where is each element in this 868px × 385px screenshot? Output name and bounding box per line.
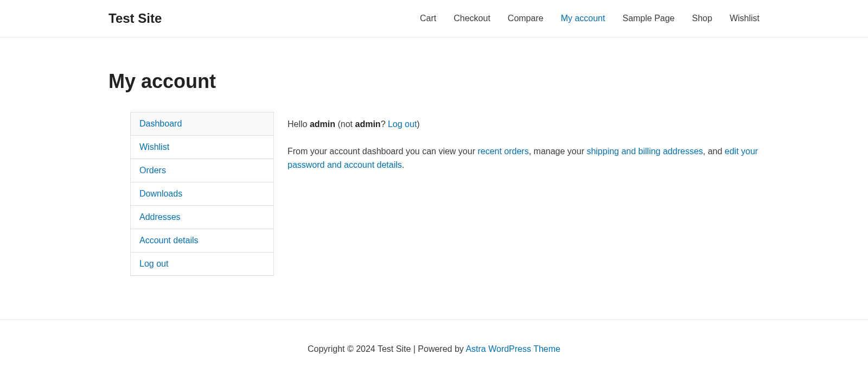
account-nav-account-details[interactable]: Account details — [131, 229, 273, 253]
main-container: My account Dashboard Wishlist Orders Dow… — [98, 37, 770, 319]
nav-checkout[interactable]: Checkout — [454, 14, 490, 23]
intro-line: From your account dashboard you can view… — [288, 144, 760, 172]
account-nav-addresses[interactable]: Addresses — [131, 206, 273, 229]
nav-my-account[interactable]: My account — [561, 14, 605, 23]
nav-compare[interactable]: Compare — [508, 14, 544, 23]
greeting-line: Hello admin (not admin? Log out) — [288, 117, 760, 131]
greeting-username: admin — [310, 119, 335, 129]
nav-sample-page[interactable]: Sample Page — [622, 14, 674, 23]
intro-text3: , and — [703, 147, 725, 156]
greeting-not-prefix: (not — [335, 119, 355, 129]
account-content: Hello admin (not admin? Log out) From yo… — [288, 112, 760, 276]
account-nav-logout[interactable]: Log out — [131, 253, 273, 275]
greeting-closing: ) — [417, 119, 419, 129]
nav-cart[interactable]: Cart — [420, 14, 436, 23]
site-header: Test Site Cart Checkout Compare My accou… — [0, 0, 868, 37]
logout-link[interactable]: Log out — [388, 119, 417, 129]
account-nav-wishlist[interactable]: Wishlist — [131, 136, 273, 159]
intro-text2: , manage your — [529, 147, 587, 156]
greeting-question: ? — [381, 119, 388, 129]
account-wrap: Dashboard Wishlist Orders Downloads Addr… — [108, 112, 760, 276]
intro-text1: From your account dashboard you can view… — [288, 147, 477, 156]
account-nav-downloads[interactable]: Downloads — [131, 182, 273, 206]
recent-orders-link[interactable]: recent orders — [477, 147, 528, 156]
primary-nav: Cart Checkout Compare My account Sample … — [420, 14, 760, 23]
site-footer: Copyright © 2024 Test Site | Powered by … — [0, 319, 868, 378]
page-title: My account — [108, 70, 760, 93]
greeting-hello: Hello — [288, 119, 310, 129]
intro-text4: . — [402, 160, 404, 169]
account-nav-dashboard[interactable]: Dashboard — [131, 112, 273, 136]
footer-theme-link[interactable]: Astra WordPress Theme — [465, 344, 560, 354]
nav-wishlist[interactable]: Wishlist — [730, 14, 760, 23]
header-inner: Test Site Cart Checkout Compare My accou… — [98, 0, 770, 37]
account-nav: Dashboard Wishlist Orders Downloads Addr… — [130, 112, 274, 276]
account-nav-orders[interactable]: Orders — [131, 159, 273, 182]
nav-shop[interactable]: Shop — [692, 14, 712, 23]
footer-text: Copyright © 2024 Test Site | Powered by — [308, 344, 465, 354]
addresses-link[interactable]: shipping and billing addresses — [586, 147, 703, 156]
site-title[interactable]: Test Site — [108, 11, 162, 26]
greeting-username2: admin — [355, 119, 381, 129]
